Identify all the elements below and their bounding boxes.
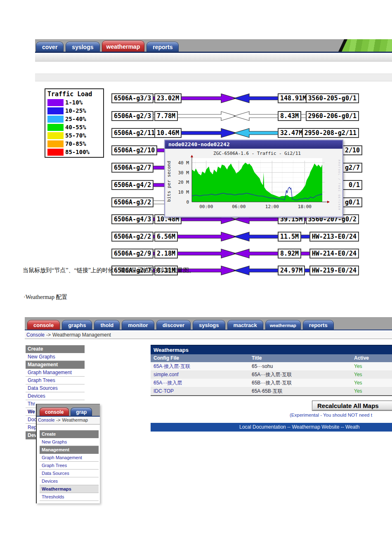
config-file-link[interactable]: 65A···接入层: [151, 379, 249, 387]
weathermap-link-row[interactable]: 6506A-g2/37.78M8.43M2960-206-g0/1: [111, 109, 359, 123]
table-header-row: Config File Title Active: [151, 354, 392, 362]
breadcrumb-console-link[interactable]: Console: [38, 417, 54, 422]
rrd-graph: 00:0006:0012:0018:00010 M20 M30 M40 MZGC…: [165, 149, 342, 216]
map-title-cell: 65B···接入层·互联: [249, 379, 351, 387]
legend-item: 85-100%: [45, 148, 103, 156]
sidebar-header-management: Management: [26, 361, 85, 369]
breadcrumb: Console->Weathermap: [37, 417, 100, 425]
legend-item: 1-10%: [45, 98, 103, 107]
documentation-links-bar[interactable]: Local Documentation -- Weathermap Websit…: [151, 423, 392, 432]
tab-reports[interactable]: reports: [146, 42, 179, 52]
tab-weathermap[interactable]: weathermap: [265, 320, 301, 330]
link-value-right: 32.47M: [278, 128, 305, 138]
weathermap-link-row[interactable]: 6506A-g2/92.18M8.92MHW-214-E0/24: [111, 247, 359, 261]
legend-swatch: [47, 99, 64, 106]
config-file-link[interactable]: IDC·TOP: [151, 387, 249, 395]
link-value-right: 8.92M: [278, 249, 301, 259]
tab-reports[interactable]: reports: [303, 320, 334, 330]
tab-graphs[interactable]: graphs: [62, 320, 92, 330]
tab-grap[interactable]: grap: [71, 408, 92, 416]
breadcrumb-separator: ->: [56, 417, 60, 422]
svg-text:40 M: 40 M: [178, 160, 189, 166]
tab-syslogs[interactable]: syslogs: [66, 42, 99, 52]
sidebar-item-new-graphs[interactable]: New Graphs: [40, 438, 99, 446]
tab-syslogs[interactable]: syslogs: [193, 320, 225, 330]
active-status: Yes: [351, 379, 392, 387]
breadcrumb-page: Weathermap: [62, 417, 88, 422]
tab-weathermap[interactable]: weathermap: [102, 40, 145, 52]
link-value-right: 24.97M: [278, 266, 305, 275]
legend-range-label: 40-55%: [65, 124, 86, 130]
node-label-left: 6506A-g4/2: [111, 180, 153, 190]
sidebar-item-new-graphs[interactable]: New Graphs: [26, 353, 85, 361]
sidebar-header-create: Create: [26, 345, 85, 353]
traffic-graph-popup: node02240-node02242 00:0006:0012:0018:00…: [164, 140, 343, 218]
svg-text:bits per second: bits per second: [166, 161, 172, 202]
sidebar-header-management: Management: [40, 446, 99, 454]
node-label-left: 6506A-g3/3: [111, 93, 153, 103]
table-title: Weathermaps: [151, 345, 392, 354]
col-config-file: Config File: [151, 354, 249, 362]
svg-text:00:00: 00:00: [199, 204, 213, 209]
table-row: 65A···接入层65B···接入层·互联Yes: [151, 379, 392, 387]
map-title-cell: 65···sohu: [249, 362, 351, 370]
svg-text:06:00: 06:00: [232, 204, 246, 209]
node-label-left: 6506A-g2/7: [111, 163, 153, 173]
legend-range-label: 1-10%: [65, 99, 83, 106]
active-status: Yes: [351, 387, 392, 395]
tab-console[interactable]: console: [40, 408, 69, 416]
sidebar-item-devices[interactable]: Devices: [40, 477, 99, 485]
popup-title: node02240-node02242: [165, 140, 342, 149]
breadcrumb-separator: ->: [46, 332, 51, 338]
sidebar-item-devices[interactable]: Devices: [26, 392, 85, 400]
legend-range-label: 25-40%: [65, 116, 86, 122]
sidebar-item-data-sources[interactable]: Data Sources: [40, 470, 99, 477]
legend-range-label: 70-85%: [65, 140, 86, 147]
recalculate-all-maps-button[interactable]: Recalculate All Maps: [312, 401, 392, 411]
table-body: 65A·接入层·互联65···sohuYessimple.conf65A···接…: [151, 362, 392, 395]
sidebar-item-data-sources[interactable]: Data Sources: [26, 384, 85, 392]
sidebar-item-graph-trees[interactable]: Graph Trees: [26, 377, 85, 384]
link-value-left: 2.18M: [154, 249, 178, 259]
col-title: Title: [249, 354, 351, 362]
weathermap-config-bullet: ·Weathermap 配置: [24, 294, 68, 301]
table-row: IDC·TOP65A·65B·互联Yes: [151, 387, 392, 395]
node-label-right: HW-213-E0/24: [309, 232, 359, 242]
tab-bar: consolegraphstholdmonitordiscoversyslogs…: [25, 317, 392, 330]
logo-stripe-graphic: [326, 39, 392, 52]
header-band: [35, 54, 392, 62]
legend-item: 10-25%: [45, 107, 103, 115]
breadcrumb: Console->Weathermap Management: [25, 331, 392, 339]
config-file-link[interactable]: 65A·接入层·互联: [151, 362, 249, 370]
legend-swatch: [47, 124, 64, 131]
table-row: simple.conf65A···接入层·互联Yes: [151, 370, 392, 379]
svg-text:12:00: 12:00: [265, 204, 279, 209]
link-value-left: 6.56M: [154, 232, 178, 242]
tab-thold[interactable]: thold: [94, 320, 120, 330]
weathermap-link-row[interactable]: 6506A-g2/26.56M11.5MHW-213-E0/24: [111, 230, 359, 244]
tab-monitor[interactable]: monitor: [122, 320, 154, 330]
sidebar-item-thresholds[interactable]: Thresholds: [40, 493, 99, 501]
legend-range-label: 10-25%: [65, 107, 86, 114]
experimental-note: (Experimental - You should NOT need t: [290, 413, 392, 417]
breadcrumb-console-link[interactable]: Console: [26, 332, 45, 338]
tab-discover[interactable]: discover: [156, 320, 191, 330]
traffic-chart: 00:0006:0012:0018:00010 M20 M30 M40 MZGC…: [165, 149, 342, 215]
tab-cover[interactable]: cover: [36, 42, 64, 52]
link-value-left: 23.02M: [154, 93, 182, 103]
config-file-link[interactable]: simple.conf: [151, 370, 249, 379]
legend-item: 70-85%: [45, 140, 103, 148]
cacti-logo-graphic: [326, 39, 392, 52]
link-value-right: 148.91M: [278, 93, 309, 103]
sidebar-item-graph-management[interactable]: Graph Management: [26, 369, 85, 377]
sidebar-item-graph-trees[interactable]: Graph Trees: [40, 462, 99, 470]
map-title-cell: 65A·65B·互联: [249, 387, 351, 395]
svg-text:20 M: 20 M: [178, 180, 189, 185]
weathermap-link-row[interactable]: 6506A-g3/323.02M148.91M3560-205-g0/1: [111, 91, 359, 105]
tab-mactrack[interactable]: mactrack: [227, 320, 263, 330]
legend-title: Traffic Load: [45, 89, 103, 98]
weathermap-link-row[interactable]: 6506A-g2/1110.46M32.47M2950-208-g2/11: [111, 126, 359, 140]
sidebar-item-graph-management[interactable]: Graph Management: [40, 454, 99, 462]
sidebar-item-weathermaps[interactable]: Weathermaps: [40, 485, 99, 493]
tab-console[interactable]: console: [27, 320, 60, 330]
